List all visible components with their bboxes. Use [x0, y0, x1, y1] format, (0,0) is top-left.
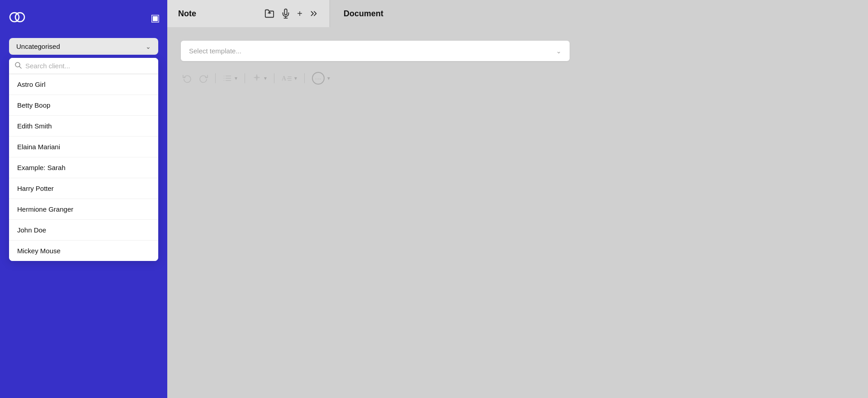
redo-button[interactable] — [199, 74, 208, 83]
client-name: Edith Smith — [17, 122, 52, 130]
search-icon — [14, 62, 22, 70]
tabs-bar: Note — [167, 0, 868, 27]
client-list: Astro Girl Betty Boop Edith Smith Elaina… — [9, 74, 158, 261]
list-item[interactable]: Hermione Granger — [9, 199, 158, 220]
list-item[interactable]: Edith Smith — [9, 116, 158, 137]
client-list-popup: Astro Girl Betty Boop Edith Smith Elaina… — [9, 58, 158, 261]
list-item-selected[interactable]: Example: Sarah — [9, 157, 158, 178]
tab-document[interactable]: Document — [330, 0, 397, 27]
more-options-group: ··· ▾ — [312, 72, 330, 85]
toolbar-divider-2 — [245, 73, 245, 83]
undo-button[interactable] — [183, 74, 192, 83]
collapse-button[interactable] — [309, 9, 319, 19]
template-select[interactable]: Select template... ⌄ — [181, 41, 570, 61]
tab-document-label: Document — [344, 9, 383, 19]
sparkle-chevron-icon: ▾ — [264, 75, 267, 81]
list-format-group: ▾ — [223, 74, 237, 83]
more-options-button[interactable]: ··· — [312, 72, 325, 85]
sidebar: ▣ Uncategorised ⌄ Astr — [0, 0, 167, 398]
client-name: Example: Sarah — [17, 164, 66, 171]
list-item[interactable]: Elaina Mariani — [9, 137, 158, 157]
client-name: Hermione Granger — [17, 205, 73, 213]
chevron-down-icon: ⌄ — [146, 43, 151, 50]
tab-note[interactable]: Note — [167, 0, 330, 27]
text-format-group: A ▾ — [282, 74, 297, 83]
sparkle-group: ▾ — [252, 74, 267, 83]
dropdown-label: Uncategorised — [16, 43, 60, 50]
client-name: Astro Girl — [17, 81, 46, 88]
client-name: Elaina Mariani — [17, 143, 60, 151]
list-item[interactable]: Betty Boop — [9, 95, 158, 116]
upload-folder-button[interactable] — [264, 9, 274, 19]
toolbar-divider-4 — [304, 73, 305, 83]
svg-line-3 — [19, 66, 21, 68]
svg-point-1 — [15, 13, 24, 22]
add-button[interactable]: + — [297, 9, 302, 19]
list-format-button[interactable] — [223, 74, 232, 83]
search-client-input[interactable] — [25, 62, 153, 70]
list-item[interactable]: Astro Girl — [9, 74, 158, 95]
microphone-button[interactable] — [281, 9, 291, 19]
client-name: Betty Boop — [17, 101, 50, 109]
client-name: John Doe — [17, 226, 46, 234]
client-category-dropdown: Uncategorised ⌄ Astro Girl — [9, 38, 158, 55]
app-logo[interactable] — [7, 7, 27, 29]
toolbar-divider-3 — [274, 73, 274, 83]
dropdown-trigger-button[interactable]: Uncategorised ⌄ — [9, 38, 158, 55]
svg-text:A: A — [282, 75, 287, 82]
toolbar-divider-1 — [215, 73, 216, 83]
tab-note-label: Note — [178, 9, 196, 19]
list-format-chevron-icon: ▾ — [235, 75, 237, 81]
svg-point-0 — [10, 13, 19, 22]
more-dots-icon: ··· — [315, 75, 321, 82]
editor-toolbar: ▾ ▾ A — [181, 72, 854, 85]
text-format-button[interactable]: A — [282, 74, 292, 83]
sparkle-button[interactable] — [252, 74, 261, 83]
list-item[interactable]: Harry Potter — [9, 178, 158, 199]
template-chevron-icon: ⌄ — [556, 47, 561, 55]
list-item[interactable]: John Doe — [9, 220, 158, 241]
editor-area: Select template... ⌄ — [167, 27, 868, 398]
text-format-chevron-icon: ▾ — [294, 75, 297, 81]
template-placeholder: Select template... — [189, 47, 241, 55]
more-options-chevron-icon: ▾ — [327, 75, 330, 81]
client-name: Mickey Mouse — [17, 247, 61, 255]
main-content: Note — [167, 0, 868, 398]
sidebar-header: ▣ — [0, 7, 167, 29]
tab-note-actions: + — [264, 9, 319, 19]
client-name: Harry Potter — [17, 185, 54, 192]
list-item[interactable]: Mickey Mouse — [9, 241, 158, 261]
search-box — [9, 58, 158, 74]
sidebar-toggle-button[interactable]: ▣ — [151, 12, 160, 24]
